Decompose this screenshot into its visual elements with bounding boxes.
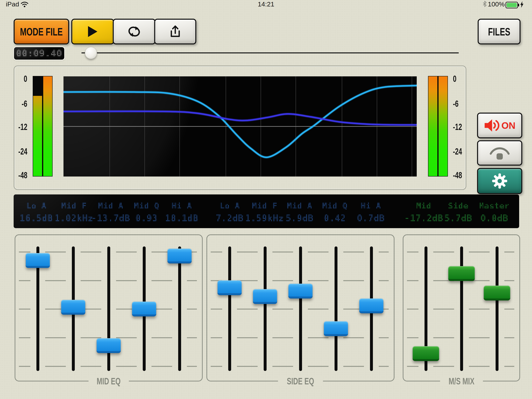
fader-tick-line xyxy=(19,309,30,309)
speaker-dim-button[interactable] xyxy=(477,140,522,166)
meter-scale-label: -6 xyxy=(453,98,476,109)
side-eq-panel-label: SIDE EQ xyxy=(278,376,323,386)
fader-track-side-level[interactable] xyxy=(460,246,463,371)
fader-knob-side-level[interactable] xyxy=(448,266,475,281)
fader-tick-line xyxy=(116,280,137,281)
lcd-label-ms_mix: Master xyxy=(469,201,520,210)
input-level-meter xyxy=(33,76,53,176)
loop-icon xyxy=(127,25,142,38)
eq-curves xyxy=(63,76,417,176)
fader-tick-line xyxy=(237,366,258,367)
fader-tick-line xyxy=(19,337,30,338)
playback-slider-knob[interactable] xyxy=(85,47,97,59)
ms-mix-panel-label: M/S MIX xyxy=(440,376,483,386)
fader-track-mid-q[interactable] xyxy=(335,246,337,371)
fader-tick-line xyxy=(19,251,30,252)
loop-button[interactable] xyxy=(113,19,156,45)
fader-tick-line xyxy=(211,337,222,338)
fader-track-mid-gain[interactable] xyxy=(299,246,302,371)
fader-knob-mid-q[interactable] xyxy=(324,321,348,336)
side-eq-curve-glow xyxy=(63,111,417,125)
time-display: 00:09.40 xyxy=(14,47,64,60)
fader-tick-line xyxy=(19,280,30,281)
fader-tick-line xyxy=(272,280,293,281)
fader-knob-mid-freq[interactable] xyxy=(253,289,277,304)
time-value: 00:09.40 xyxy=(16,48,62,59)
lcd-value-mid_eq: 18.1dB xyxy=(157,213,207,223)
fader-tick-line xyxy=(469,309,490,309)
fader-tick-line xyxy=(308,251,329,252)
fader-tick-line xyxy=(187,337,197,338)
gear-icon xyxy=(491,172,509,190)
fader-track-mid-freq[interactable] xyxy=(264,246,266,371)
fader-tick-line xyxy=(81,280,101,281)
lcd-label-side_eq: Hi A xyxy=(346,201,396,210)
meter-bar xyxy=(428,76,437,176)
fader-tick-line xyxy=(237,251,258,252)
meter-scale-label: 0 xyxy=(8,73,27,84)
ms-eq-app: iPad 14:21 100% MODE FILE xyxy=(0,0,532,399)
meter-scale-label: 0 xyxy=(453,73,476,84)
fader-tick-line xyxy=(116,366,137,367)
playback-slider-track[interactable] xyxy=(81,52,459,53)
settings-button[interactable] xyxy=(477,168,522,194)
files-button[interactable]: FILES xyxy=(478,19,520,45)
fader-tick-line xyxy=(379,337,389,338)
fader-tick-line xyxy=(407,280,418,281)
speaker-icon xyxy=(484,118,500,133)
fader-knob-master-level[interactable] xyxy=(484,286,510,300)
fader-knob-mid-gain[interactable] xyxy=(288,284,313,298)
fader-knob-lo-gain[interactable] xyxy=(217,280,242,295)
fader-tick-line xyxy=(379,251,389,252)
fader-tick-line xyxy=(272,366,293,367)
lcd-label-mid_eq: Hi A xyxy=(157,201,207,210)
fader-tick-line xyxy=(433,366,454,367)
output-level-meter xyxy=(428,76,448,176)
fader-tick-line xyxy=(343,366,364,367)
fader-knob-lo-gain[interactable] xyxy=(26,253,50,268)
fader-knob-hi-gain[interactable] xyxy=(167,249,192,264)
fader-tick-line xyxy=(504,366,514,367)
fader-tick-line xyxy=(81,366,101,367)
fader-tick-line xyxy=(379,366,389,367)
meter-scale-label: -12 xyxy=(453,122,476,132)
fader-tick-line xyxy=(504,251,514,252)
monitor-on-button[interactable]: ON xyxy=(477,113,522,138)
clock: 14:21 xyxy=(0,0,532,8)
fader-tick-line xyxy=(45,251,66,252)
fader-track-lo-gain[interactable] xyxy=(228,246,231,371)
ms-mix-panel: M/S MIX xyxy=(403,234,520,381)
fader-tick-line xyxy=(379,280,389,281)
export-button[interactable] xyxy=(154,19,196,45)
fader-tick-line xyxy=(187,309,197,309)
fader-knob-mid-freq[interactable] xyxy=(61,300,85,315)
fader-tick-line xyxy=(343,251,364,252)
fader-knob-hi-gain[interactable] xyxy=(359,298,383,313)
fader-knob-mid-q[interactable] xyxy=(132,302,156,316)
meter-scale-label: -24 xyxy=(453,146,476,157)
fader-tick-line xyxy=(152,366,172,367)
fader-tick-line xyxy=(504,309,514,309)
play-icon xyxy=(87,26,98,37)
fader-tick-line xyxy=(45,337,66,338)
fader-tick-line xyxy=(407,337,418,338)
fader-track-hi-gain[interactable] xyxy=(178,246,181,371)
fader-tick-line xyxy=(504,280,514,281)
fader-tick-line xyxy=(81,337,101,338)
fader-tick-line xyxy=(308,280,329,281)
mode-file-button[interactable]: MODE FILE xyxy=(14,19,69,45)
charging-bolt-icon xyxy=(520,1,524,8)
fader-track-master-level[interactable] xyxy=(496,246,499,371)
battery-icon xyxy=(506,2,518,8)
fader-tick-line xyxy=(407,251,418,252)
fader-knob-mid-gain[interactable] xyxy=(97,338,121,353)
eq-curve-graph[interactable] xyxy=(63,76,417,176)
fader-tick-line xyxy=(187,366,197,367)
fader-tick-line xyxy=(433,251,454,252)
fader-tick-line xyxy=(308,309,329,309)
fader-tick-line xyxy=(211,366,222,367)
play-button[interactable] xyxy=(71,19,114,45)
fader-knob-mid-level[interactable] xyxy=(413,346,439,361)
parameter-readout-strip xyxy=(14,194,519,228)
battery-fill xyxy=(507,3,517,7)
